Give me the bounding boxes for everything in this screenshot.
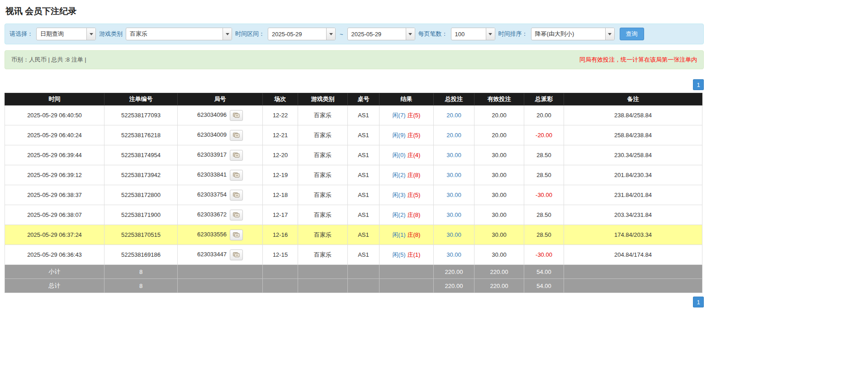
sort-order-select[interactable]: 降幂(由大到小)	[531, 28, 615, 40]
chevron-down-icon[interactable]	[326, 28, 335, 40]
total-empty	[178, 279, 263, 293]
cell-valid-bet: 30.00	[474, 145, 524, 165]
cards-icon	[233, 232, 240, 238]
result-banker: 庄(5)	[408, 132, 421, 139]
cell-session: 12-21	[263, 125, 298, 145]
cell-total-bet[interactable]: 30.00	[434, 145, 474, 165]
cell-time: 2025-05-29 06:37:24	[5, 225, 104, 245]
cell-result: 闲(5)庄(1)	[379, 245, 434, 265]
cell-time: 2025-05-29 06:40:50	[5, 105, 104, 125]
cell-total-bet[interactable]: 20.00	[434, 125, 474, 145]
cell-game-type: 百家乐	[298, 225, 348, 245]
cell-valid-bet: 30.00	[474, 205, 524, 225]
result-player: 闲(2)	[393, 172, 406, 178]
sort-order-label: 时间排序：	[498, 30, 528, 38]
cell-remark: 201.84/230.34	[564, 165, 702, 185]
result-banker: 庄(8)	[408, 172, 421, 178]
chevron-down-icon[interactable]	[223, 28, 232, 40]
chevron-down-icon[interactable]	[605, 28, 614, 40]
cell-payout: 28.50	[524, 145, 564, 165]
cell-payout: -30.00	[524, 245, 564, 265]
page-size-label: 每页笔数：	[418, 30, 448, 38]
cell-total-bet[interactable]: 30.00	[434, 185, 474, 205]
view-round-cards-button[interactable]	[230, 230, 243, 240]
total-empty	[348, 279, 379, 293]
cell-remark: 238.84/258.84	[564, 105, 702, 125]
table-row: 2025-05-29 06:39:44 522538174954 6230339…	[5, 145, 702, 165]
result-banker: 庄(5)	[408, 192, 421, 198]
query-type-label: 请选择：	[9, 30, 33, 38]
col-header-game-type: 游戏类别	[298, 93, 348, 105]
cell-total-bet[interactable]: 30.00	[434, 205, 474, 225]
cell-table-no: AS1	[348, 245, 379, 265]
cell-payout: -30.00	[524, 185, 564, 205]
view-round-cards-button[interactable]	[230, 170, 243, 181]
page-size-select[interactable]: 100	[451, 28, 495, 40]
filter-bar: 请选择： 日期查询 游戏类别 百家乐 时间区间： 2025-05-29 ~ 20…	[5, 24, 704, 44]
table-row: 2025-05-29 06:38:37 522538172800 6230337…	[5, 185, 702, 205]
chevron-down-icon[interactable]	[406, 28, 415, 40]
page-container: 视讯 会员下注纪录 请选择： 日期查询 游戏类别 百家乐 时间区间： 2025-…	[0, 0, 704, 307]
cell-time: 2025-05-29 06:38:37	[5, 185, 104, 205]
col-header-session: 场次	[263, 93, 298, 105]
cards-icon	[233, 172, 240, 178]
cell-total-bet[interactable]: 20.00	[434, 105, 474, 125]
cell-total-bet[interactable]: 30.00	[434, 165, 474, 185]
round-id-text: 623033447	[197, 251, 227, 258]
cell-time: 2025-05-29 06:40:24	[5, 125, 104, 145]
result-player: 闲(3)	[393, 192, 406, 198]
date-from-select[interactable]: 2025-05-29	[268, 28, 336, 40]
view-round-cards-button[interactable]	[230, 190, 243, 201]
page-1-button[interactable]: 1	[693, 297, 704, 307]
chevron-down-icon[interactable]	[486, 28, 495, 40]
subtotal-empty	[564, 265, 702, 279]
cell-round-id: 623033672	[178, 205, 263, 225]
total-row: 总计 8 220.00 220.00 54.00	[5, 279, 702, 293]
summary-notice: 同局有效投注，统一计算在该局第一张注单内	[579, 56, 697, 64]
cell-remark: 203.34/231.84	[564, 205, 702, 225]
subtotal-row: 小计 8 220.00 220.00 54.00	[5, 265, 702, 279]
cell-total-bet[interactable]: 30.00	[434, 225, 474, 245]
cell-remark: 204.84/174.84	[564, 245, 702, 265]
chevron-down-icon[interactable]	[86, 28, 95, 40]
cell-bet-id: 522538177093	[104, 105, 178, 125]
col-header-result: 结果	[379, 93, 434, 105]
game-type-label: 游戏类别	[99, 30, 123, 38]
date-range-tilde: ~	[339, 31, 344, 38]
cell-round-id: 623034009	[178, 125, 263, 145]
date-to-select[interactable]: 2025-05-29	[347, 28, 415, 40]
cell-bet-id: 522538170515	[104, 225, 178, 245]
view-round-cards-button[interactable]	[230, 130, 243, 141]
round-id-text: 623033556	[197, 231, 227, 238]
cell-session: 12-22	[263, 105, 298, 125]
cell-bet-id: 522538172800	[104, 185, 178, 205]
cell-table-no: AS1	[348, 145, 379, 165]
cell-round-id: 623033917	[178, 145, 263, 165]
view-round-cards-button[interactable]	[230, 110, 243, 121]
subtotal-empty	[263, 265, 298, 279]
result-player: 闲(1)	[393, 231, 406, 238]
cell-valid-bet: 30.00	[474, 245, 524, 265]
subtotal-empty	[348, 265, 379, 279]
result-player: 闲(7)	[393, 112, 406, 119]
cell-game-type: 百家乐	[298, 205, 348, 225]
view-round-cards-button[interactable]	[230, 249, 243, 260]
cell-total-bet[interactable]: 30.00	[434, 245, 474, 265]
cell-session: 12-16	[263, 225, 298, 245]
cell-table-no: AS1	[348, 185, 379, 205]
view-round-cards-button[interactable]	[230, 150, 243, 161]
game-type-select[interactable]: 百家乐	[126, 28, 232, 40]
query-type-select[interactable]: 日期查询	[36, 28, 96, 40]
cell-remark: 231.84/201.84	[564, 185, 702, 205]
result-player: 闲(9)	[393, 132, 406, 139]
cell-round-id: 623033754	[178, 185, 263, 205]
view-round-cards-button[interactable]	[230, 210, 243, 221]
cell-valid-bet: 20.00	[474, 125, 524, 145]
cell-bet-id: 522538174954	[104, 145, 178, 165]
cell-result: 闲(0)庄(4)	[379, 145, 434, 165]
page-title: 视讯 会员下注纪录	[5, 4, 704, 24]
cell-payout: 28.50	[524, 225, 564, 245]
cell-payout: 28.50	[524, 165, 564, 185]
search-button[interactable]: 查询	[620, 28, 644, 40]
page-1-button[interactable]: 1	[693, 79, 704, 90]
